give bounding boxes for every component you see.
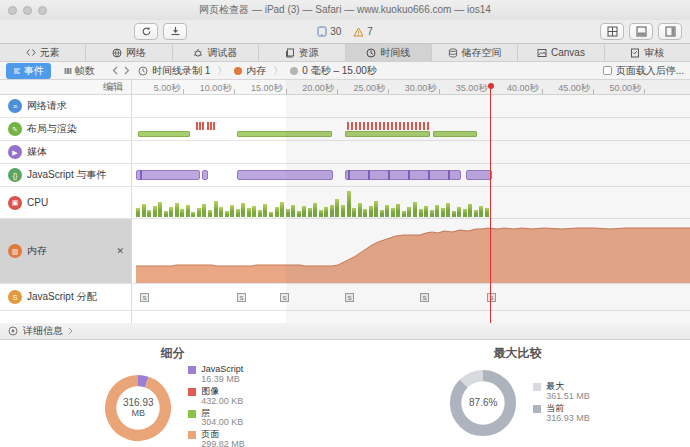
- row-javascript-events: {} JavaScript 与事件: [0, 164, 690, 187]
- cpu-usage-bar: [313, 203, 317, 217]
- javascript-allocations-graph[interactable]: SSSSSS: [132, 284, 690, 310]
- chevron-left-icon[interactable]: [112, 66, 118, 75]
- heap-snapshot-icon[interactable]: S: [420, 293, 429, 302]
- elements-icon: [26, 48, 36, 57]
- edit-label: 编辑: [103, 80, 123, 94]
- tab-audit[interactable]: 审核: [605, 44, 690, 61]
- timeline-ruler[interactable]: 5.00秒10.00秒15.00秒20.00秒25.00秒30.00秒35.00…: [132, 80, 690, 94]
- grid-layout-button[interactable]: [600, 23, 624, 40]
- tab-resources[interactable]: 资源: [259, 44, 345, 61]
- tab-elements[interactable]: 元素: [0, 44, 86, 61]
- legend-swatch: [533, 383, 541, 391]
- ruler-tick-label: 45.00秒: [544, 82, 590, 94]
- ruler-tick-mark: [234, 89, 235, 94]
- media-graph[interactable]: [132, 141, 690, 163]
- cpu-usage-bar: [424, 206, 428, 217]
- warning-count-badge[interactable]: 7: [353, 26, 373, 37]
- cpu-usage-bar: [374, 201, 378, 217]
- tab-label: Canvas: [551, 47, 585, 58]
- frames-mode-button[interactable]: 帧数: [57, 63, 102, 79]
- cpu-graph[interactable]: [132, 187, 690, 218]
- javascript-allocations-icon: S: [8, 290, 22, 304]
- sidebar-item-cpu[interactable]: ▣ CPU: [0, 187, 132, 218]
- tab-network[interactable]: 网络: [86, 44, 172, 61]
- sidebar-filler: [0, 311, 132, 323]
- heap-snapshot-icon[interactable]: S: [237, 293, 246, 302]
- layout-rendering-graph[interactable]: [132, 118, 690, 140]
- sidebar-item-javascript-events[interactable]: {} JavaScript 与事件: [0, 164, 132, 186]
- layout-invalidation-tick: [363, 122, 365, 130]
- resource-count-badge[interactable]: 30: [317, 26, 341, 37]
- playhead-line[interactable]: [490, 84, 491, 323]
- layout-invalidation-tick: [375, 122, 377, 130]
- layout-invalidation-tick: [210, 122, 212, 130]
- audit-icon: [630, 48, 640, 58]
- cpu-usage-bar: [169, 207, 173, 217]
- heap-snapshot-icon[interactable]: S: [140, 293, 149, 302]
- layout-invalidation-tick: [407, 122, 409, 130]
- tab-debugger[interactable]: 调试器: [173, 44, 259, 61]
- ruler-tick-label: 35.00秒: [441, 82, 487, 94]
- layout-invalidation-tick: [351, 122, 353, 130]
- layout-invalidation-tick: [202, 122, 204, 130]
- cpu-usage-bar: [430, 210, 434, 217]
- ruler-tick-mark: [286, 89, 287, 94]
- edit-instruments-button[interactable]: 编辑: [0, 80, 132, 94]
- tab-label: 资源: [299, 46, 319, 60]
- tab-storage[interactable]: 储存空间: [432, 44, 518, 61]
- instrument-label: 媒体: [27, 145, 47, 159]
- sidebar-item-layout-rendering[interactable]: ✎ 布局与渲染: [0, 118, 132, 140]
- reload-button[interactable]: [134, 23, 158, 40]
- tab-canvas[interactable]: Canvas: [518, 44, 604, 61]
- breadcrumb-recording[interactable]: 时间线录制 1: [152, 64, 210, 78]
- ruler-tick-label: 20.00秒: [288, 82, 334, 94]
- window-title: 网页检查器 — iPad (3) — Safari — www.kuokuo66…: [0, 3, 690, 17]
- details-bar[interactable]: 详细信息: [0, 323, 690, 340]
- layout-invalidation-tick: [347, 122, 349, 130]
- breadcrumb-range[interactable]: 0 毫秒 – 15.00秒: [302, 64, 376, 78]
- breadcrumb-separator: 〉: [217, 64, 227, 78]
- stop-on-load-checkbox[interactable]: [603, 66, 612, 75]
- tab-timeline[interactable]: 时间线: [346, 44, 432, 61]
- row-layout-rendering: ✎ 布局与渲染: [0, 118, 690, 141]
- ruler-row: 编辑 5.00秒10.00秒15.00秒20.00秒25.00秒30.00秒35…: [0, 80, 690, 95]
- tab-label: 审核: [644, 46, 664, 60]
- heap-snapshot-icon[interactable]: S: [345, 293, 354, 302]
- cpu-usage-bar: [341, 205, 345, 217]
- inspector-tab-bar: 元素 网络 调试器 资源 时间线 储存空间 Canvas 审核: [0, 44, 690, 62]
- cpu-usage-bar: [385, 205, 389, 217]
- dock-bottom-button[interactable]: [629, 23, 653, 40]
- cpu-usage-bar: [391, 208, 395, 217]
- comparison-donut-chart: 87.6%: [445, 365, 521, 441]
- breakdown-title: 细分: [161, 345, 185, 362]
- download-button[interactable]: [163, 23, 187, 40]
- events-mode-label: 事件: [24, 64, 44, 78]
- frames-mode-icon: [64, 67, 72, 75]
- heap-snapshot-icon[interactable]: S: [487, 293, 496, 302]
- javascript-activity-bar: [345, 170, 461, 180]
- memory-graph[interactable]: [132, 219, 690, 283]
- sidebar-item-memory[interactable]: ▥ 内存 ✕: [0, 219, 132, 283]
- memory-instrument-icon: [234, 67, 242, 75]
- dock-right-icon: [665, 26, 676, 37]
- close-memory-button[interactable]: ✕: [116, 247, 124, 256]
- cpu-usage-bar: [136, 208, 140, 217]
- warning-count: 7: [367, 26, 373, 37]
- sidebar-item-media[interactable]: ▶ 媒体: [0, 141, 132, 163]
- cpu-usage-bar: [308, 208, 312, 217]
- heap-snapshot-icon[interactable]: S: [280, 293, 289, 302]
- javascript-events-graph[interactable]: [132, 164, 690, 186]
- dock-right-button[interactable]: [658, 23, 682, 40]
- ruler-tick-label: 15.00秒: [237, 82, 283, 94]
- cpu-usage-bar: [297, 211, 301, 217]
- breadcrumb-instrument[interactable]: 内存: [246, 64, 266, 78]
- sidebar-item-network-requests[interactable]: ≡ 网络请求: [0, 95, 132, 117]
- javascript-event-tick: [388, 170, 390, 180]
- sidebar-item-javascript-allocations[interactable]: S JavaScript 分配: [0, 284, 132, 310]
- cpu-usage-bar: [208, 210, 212, 217]
- chevron-right-icon[interactable]: [124, 66, 130, 75]
- network-requests-graph[interactable]: [132, 95, 690, 117]
- playhead-handle[interactable]: [488, 83, 494, 89]
- warning-icon: [353, 27, 364, 37]
- events-mode-button[interactable]: 事件: [6, 63, 51, 79]
